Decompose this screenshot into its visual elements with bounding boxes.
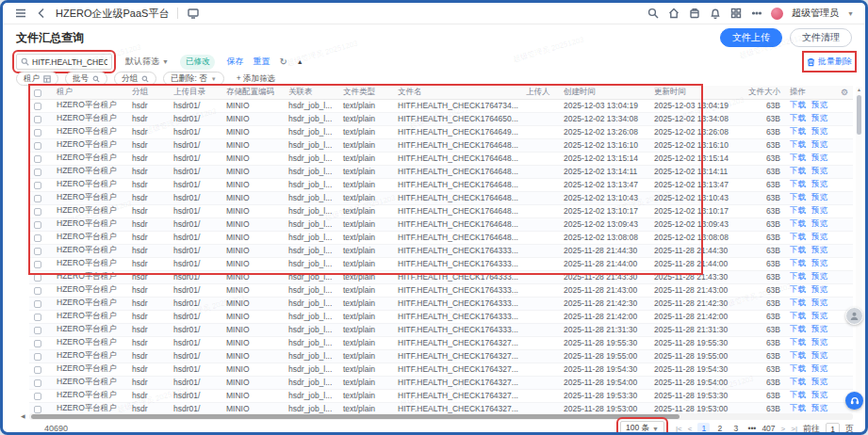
row-checkbox[interactable] [34, 116, 41, 123]
username[interactable]: 超级管理员 [792, 7, 839, 20]
select-all-checkbox[interactable] [34, 89, 41, 97]
screen-icon[interactable] [187, 8, 199, 20]
row-checkbox[interactable] [34, 129, 41, 137]
download-link[interactable]: 下载 [790, 271, 806, 281]
search-input[interactable] [32, 57, 107, 67]
column-header-group[interactable]: 分组 [127, 86, 169, 99]
scroll-left-icon[interactable]: ◀ [21, 413, 25, 420]
page-size-select[interactable]: 100 条 ▼ [620, 421, 664, 435]
download-link[interactable]: 下载 [790, 337, 806, 346]
download-link[interactable]: 下载 [790, 139, 806, 149]
row-checkbox[interactable] [34, 234, 41, 242]
row-checkbox[interactable] [34, 182, 41, 189]
row-checkbox[interactable] [34, 142, 41, 150]
column-header-fileSize[interactable]: 文件大小 [744, 86, 785, 99]
download-link[interactable]: 下载 [790, 350, 806, 360]
preview-link[interactable]: 预览 [811, 245, 827, 254]
scroll-up-icon[interactable]: ▲ [856, 87, 862, 93]
preview-link[interactable]: 预览 [811, 363, 827, 373]
add-filter-button[interactable]: + 添加筛选 [237, 73, 275, 85]
file-clean-button[interactable]: 文件清理 [790, 28, 852, 47]
download-link[interactable]: 下载 [790, 113, 806, 122]
row-checkbox[interactable] [34, 248, 41, 255]
download-link[interactable]: 下载 [790, 153, 806, 162]
preview-link[interactable]: 预览 [811, 377, 827, 386]
preview-link[interactable]: 预览 [811, 258, 827, 267]
bulk-delete-button[interactable]: 批量删除 [807, 56, 852, 68]
preview-link[interactable]: 预览 [811, 232, 827, 241]
row-checkbox[interactable] [34, 261, 41, 268]
row-checkbox[interactable] [34, 314, 41, 321]
preview-link[interactable]: 预览 [811, 205, 827, 215]
column-header-relTable[interactable]: 关联表 [284, 86, 338, 99]
next-page-button[interactable]: > [781, 425, 786, 433]
column-settings-gear-icon[interactable]: ⚙ [836, 86, 853, 99]
preview-link[interactable]: 预览 [811, 390, 827, 399]
column-header-dir[interactable]: 上传目录 [169, 86, 221, 99]
download-link[interactable]: 下载 [790, 403, 806, 412]
preview-link[interactable]: 预览 [811, 126, 827, 136]
row-checkbox[interactable] [34, 406, 41, 413]
vertical-scroll-thumb[interactable] [857, 95, 861, 135]
chip-batch[interactable]: 批号 [65, 72, 107, 86]
download-link[interactable]: 下载 [790, 179, 806, 188]
download-link[interactable]: 下载 [790, 166, 806, 175]
chip-tenant[interactable]: 租户 [16, 72, 58, 86]
column-header-fileType[interactable]: 文件类型 [338, 86, 393, 99]
column-header-fileName[interactable]: 文件名 [393, 86, 521, 99]
save-filter-link[interactable]: 保存 [226, 56, 243, 68]
download-link[interactable]: 下载 [790, 192, 806, 201]
home-icon[interactable] [667, 8, 680, 20]
row-checkbox[interactable] [34, 103, 41, 110]
bell-icon[interactable] [709, 8, 721, 20]
page-number-1[interactable]: 1 [697, 423, 710, 435]
preview-link[interactable]: 预览 [811, 192, 827, 201]
download-link[interactable]: 下载 [790, 377, 806, 386]
row-checkbox[interactable] [34, 169, 41, 176]
more-icon[interactable] [750, 8, 762, 20]
horizontal-scroll-thumb[interactable] [31, 414, 680, 419]
column-header-storage[interactable]: 存储配置编码 [221, 86, 284, 99]
row-checkbox[interactable] [34, 155, 41, 163]
first-page-button[interactable]: |< [676, 425, 682, 433]
preview-link[interactable]: 预览 [811, 284, 827, 294]
preview-link[interactable]: 预览 [811, 298, 827, 307]
preview-link[interactable]: 预览 [811, 113, 827, 122]
row-checkbox[interactable] [34, 379, 41, 387]
hamburger-menu-icon[interactable] [14, 8, 26, 20]
row-checkbox[interactable] [34, 340, 41, 347]
preview-link[interactable]: 预览 [811, 139, 827, 149]
preset-filter-select[interactable]: 默认筛选 ▼ [125, 56, 169, 68]
floating-service-button[interactable] [845, 392, 863, 410]
row-checkbox[interactable] [34, 195, 41, 202]
preview-link[interactable]: 预览 [811, 350, 827, 360]
last-page-button[interactable]: >| [791, 425, 797, 433]
download-link[interactable]: 下载 [790, 324, 806, 333]
row-checkbox[interactable] [34, 300, 41, 308]
reset-filter-link[interactable]: 重置 [253, 56, 270, 68]
row-checkbox[interactable] [34, 287, 41, 295]
download-link[interactable]: 下载 [790, 298, 806, 307]
collapse-filter-icon[interactable]: ▲ [297, 58, 303, 65]
preview-link[interactable]: 预览 [811, 218, 827, 228]
download-link[interactable]: 下载 [790, 205, 806, 215]
preview-link[interactable]: 预览 [811, 311, 827, 320]
download-link[interactable]: 下载 [790, 232, 806, 241]
column-header-createdAt[interactable]: 创建时间 [559, 86, 649, 99]
row-checkbox[interactable] [34, 366, 41, 374]
row-checkbox[interactable] [34, 393, 41, 400]
download-link[interactable]: 下载 [790, 284, 806, 294]
back-icon[interactable] [35, 8, 47, 20]
chip-deleted[interactable]: 已删除: 否 ▼ [163, 72, 224, 86]
row-checkbox[interactable] [34, 327, 41, 334]
prev-page-button[interactable]: < [688, 425, 693, 433]
preview-link[interactable]: 预览 [811, 179, 827, 188]
floating-avatar-widget[interactable] [845, 307, 863, 325]
search-icon[interactable] [647, 8, 659, 20]
user-avatar[interactable] [771, 8, 783, 20]
row-checkbox[interactable] [34, 221, 41, 229]
column-header-ops[interactable]: 操作 [785, 86, 836, 99]
download-link[interactable]: 下载 [790, 100, 806, 109]
preview-link[interactable]: 预览 [811, 271, 827, 281]
preview-link[interactable]: 预览 [811, 337, 827, 346]
